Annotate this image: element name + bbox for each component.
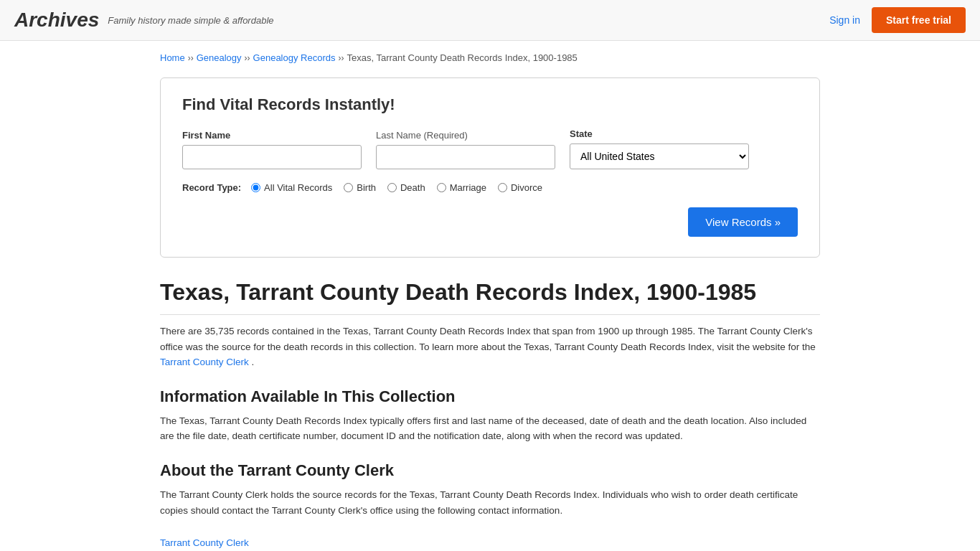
info-section-title: Information Available In This Collection [160,387,820,406]
breadcrumb-home[interactable]: Home [160,52,185,63]
search-box: Find Vital Records Instantly! First Name… [160,77,820,258]
site-header: Archives Family history made simple & af… [0,0,980,41]
breadcrumb-sep-1: ›› [188,53,194,63]
state-label: State [570,128,749,139]
breadcrumb-genealogy-records[interactable]: Genealogy Records [253,52,336,63]
breadcrumb-current: Texas, Tarrant County Death Records Inde… [347,52,577,63]
record-type-option-birth[interactable]: Birth [344,182,376,193]
record-type-option-all-vital-records[interactable]: All Vital Records [251,182,332,193]
record-type-label: Record Type: [182,182,241,193]
tarrant-clerk-link-1[interactable]: Tarrant County Clerk [160,357,249,367]
record-type-option-divorce[interactable]: Divorce [498,182,542,193]
breadcrumb-sep-2: ›› [245,53,250,63]
record-type-radio-divorce[interactable] [498,183,507,192]
header-right: Sign in Start free trial [829,7,966,33]
header-left: Archives Family history made simple & af… [14,9,274,32]
view-records-button[interactable]: View Records » [688,207,798,237]
page-title: Texas, Tarrant County Death Records Inde… [160,279,820,315]
record-type-options: All Vital Records Birth Death Marriage D… [251,182,542,193]
search-footer: View Records » [182,207,798,237]
about-text: The Tarrant County Clerk holds the sourc… [160,487,820,518]
main-content: Home ›› Genealogy ›› Genealogy Records ›… [146,41,834,551]
breadcrumb-sep-3: ›› [338,53,344,63]
breadcrumb-genealogy[interactable]: Genealogy [197,52,242,63]
about-section-title: About the Tarrant County Clerk [160,461,820,480]
record-type-option-marriage[interactable]: Marriage [437,182,486,193]
description-suffix: . [252,357,255,367]
state-select[interactable]: All United StatesAlabamaAlaskaArizonaArk… [570,143,749,169]
last-name-input[interactable] [376,145,555,169]
site-tagline: Family history made simple & affordable [108,15,273,26]
info-text: The Texas, Tarrant County Death Records … [160,413,820,444]
first-name-input[interactable] [182,145,362,169]
start-trial-button[interactable]: Start free trial [872,7,966,33]
record-type-row: Record Type: All Vital Records Birth Dea… [182,182,798,193]
breadcrumb: Home ›› Genealogy ›› Genealogy Records ›… [160,52,820,63]
state-group: State All United StatesAlabamaAlaskaAriz… [570,128,749,169]
description-text: There are 35,735 records contained in th… [160,326,816,352]
page-description: There are 35,735 records contained in th… [160,324,820,370]
last-name-group: Last Name (Required) [376,130,555,169]
record-type-radio-birth[interactable] [344,183,353,192]
record-type-radio-marriage[interactable] [437,183,446,192]
search-title: Find Vital Records Instantly! [182,95,798,114]
record-type-option-death[interactable]: Death [387,182,425,193]
tarrant-clerk-link-2[interactable]: Tarrant County Clerk [160,537,249,548]
last-name-label: Last Name (Required) [376,130,555,141]
search-fields: First Name Last Name (Required) State Al… [182,128,798,169]
sign-in-link[interactable]: Sign in [829,14,860,26]
first-name-label: First Name [182,130,362,141]
record-type-radio-death[interactable] [387,183,397,192]
record-type-radio-all-vital-records[interactable] [251,183,260,192]
site-logo: Archives [14,9,99,32]
first-name-group: First Name [182,130,362,169]
